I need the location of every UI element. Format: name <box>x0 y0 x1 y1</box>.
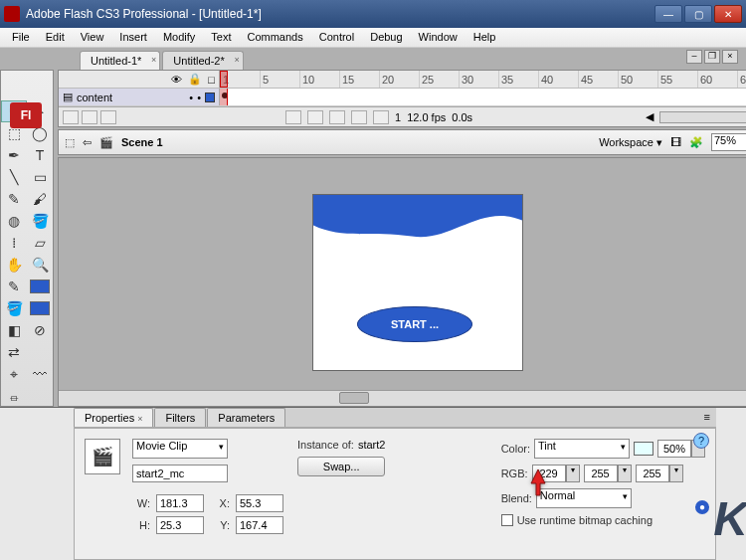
zoom-tool[interactable]: 🔍 <box>27 254 53 276</box>
chevron-down-icon[interactable]: ▾ <box>618 465 632 482</box>
x-input[interactable] <box>236 494 283 512</box>
paint-bucket-tool[interactable]: 🪣 <box>27 210 53 232</box>
edit-multiple-frames-button[interactable] <box>351 110 367 124</box>
info-icon[interactable]: ● <box>695 500 709 514</box>
fill-color-swatch[interactable] <box>27 297 53 319</box>
ink-bottle-tool[interactable]: ◍ <box>1 210 27 232</box>
delete-layer-button[interactable] <box>100 110 116 124</box>
rgb-b-spinner[interactable]: ▾ <box>636 465 683 482</box>
menu-file[interactable]: File <box>4 28 38 47</box>
tab-filters[interactable]: Filters <box>154 408 206 427</box>
menu-commands[interactable]: Commands <box>239 28 310 47</box>
symbol-type-icon[interactable]: 🎬 <box>85 439 120 474</box>
stage-area[interactable]: START ... <box>58 157 746 407</box>
no-color-icon[interactable]: ⊘ <box>27 319 53 341</box>
close-icon[interactable]: × <box>234 55 239 65</box>
edit-bar: ⬚ ⇦ 🎬 Scene 1 Workspace ▾ 🎞 🧩 75% ▾ <box>58 129 746 155</box>
outline-icon[interactable]: □ <box>208 74 215 86</box>
doc-close-button[interactable]: × <box>722 50 738 64</box>
tab-properties[interactable]: Properties× <box>74 408 153 427</box>
menu-text[interactable]: Text <box>203 28 239 47</box>
menu-edit[interactable]: Edit <box>38 28 73 47</box>
back-icon[interactable]: ⬚ <box>65 136 75 149</box>
text-tool[interactable]: T <box>27 144 53 166</box>
new-layer-button[interactable] <box>63 110 79 124</box>
menu-insert[interactable]: Insert <box>111 28 155 47</box>
menu-view[interactable]: View <box>73 28 112 47</box>
menu-debug[interactable]: Debug <box>362 28 410 47</box>
width-input[interactable] <box>156 494 204 512</box>
straighten-tool[interactable]: ⏛ <box>1 385 27 407</box>
edit-scene-icon[interactable]: 🎞 <box>670 136 681 148</box>
zoom-select[interactable]: 75% ▾ <box>711 133 746 151</box>
start-button[interactable]: START ... <box>357 306 472 342</box>
stroke-color-swatch[interactable] <box>27 276 53 297</box>
minimize-button[interactable]: — <box>654 5 682 23</box>
scroll-left-icon[interactable]: ◀ <box>646 110 653 123</box>
color-mode-select[interactable]: Tint <box>534 439 630 459</box>
eyedropper-tool[interactable]: ⁞ <box>1 232 27 254</box>
onion-skin-button[interactable] <box>307 110 323 124</box>
pen-tool[interactable]: ✒ <box>1 144 27 166</box>
eye-icon[interactable]: 👁 <box>171 74 182 86</box>
hand-tool[interactable]: ✋ <box>1 254 27 276</box>
blend-mode-select[interactable]: Normal <box>536 488 632 508</box>
brush-tool[interactable]: 🖌 <box>27 188 53 210</box>
rgb-r-spinner[interactable]: ▾ <box>532 465 580 482</box>
swap-button[interactable]: Swap... <box>297 457 385 476</box>
lock-icon[interactable]: 🔒 <box>188 73 202 86</box>
tab-parameters[interactable]: Parameters <box>207 408 285 427</box>
timeline-frames[interactable] <box>220 89 746 105</box>
modify-onion-markers-button[interactable] <box>373 110 389 124</box>
center-frame-button[interactable] <box>285 110 301 124</box>
line-tool[interactable]: ╲ <box>1 166 27 188</box>
cache-bitmap-checkbox[interactable] <box>501 514 513 526</box>
close-icon[interactable]: × <box>151 55 156 65</box>
snap-tool[interactable]: ⌖ <box>1 363 27 385</box>
new-folder-button[interactable] <box>82 110 97 124</box>
menu-modify[interactable]: Modify <box>155 28 203 47</box>
y-input[interactable] <box>236 516 283 534</box>
playhead[interactable] <box>220 71 228 88</box>
onion-skin-outlines-button[interactable] <box>329 110 345 124</box>
doc-tab-2[interactable]: Untitled-2*× <box>162 51 243 70</box>
rgb-g-spinner[interactable]: ▾ <box>584 465 632 482</box>
swap-colors-icon[interactable]: ⇄ <box>1 341 27 363</box>
menu-window[interactable]: Window <box>411 28 466 47</box>
stage-canvas[interactable]: START ... <box>312 194 523 371</box>
timeline-ruler[interactable]: 1 5 10 15 20 25 30 35 40 45 50 55 60 65 <box>220 71 746 88</box>
black-white-swatch[interactable]: ◧ <box>1 319 27 341</box>
arrow-left-icon[interactable]: ⇦ <box>83 136 92 149</box>
panel-menu-icon[interactable]: ≡ <box>698 408 716 427</box>
timeline-scrollbar[interactable] <box>659 111 746 123</box>
doc-minimize-button[interactable]: – <box>686 50 702 64</box>
fill-color-icon[interactable]: 🪣 <box>1 297 27 319</box>
pencil-tool[interactable]: ✎ <box>1 188 27 210</box>
close-button[interactable]: ✕ <box>714 5 742 23</box>
stroke-color-icon[interactable]: ✎ <box>1 276 27 297</box>
eraser-tool[interactable]: ▱ <box>27 232 53 254</box>
layer-row[interactable]: ▤ content • • <box>59 89 220 105</box>
tint-color-swatch[interactable] <box>634 442 653 456</box>
menu-help[interactable]: Help <box>466 28 504 47</box>
chevron-down-icon[interactable]: ▾ <box>566 465 580 482</box>
doc-tab-1[interactable]: Untitled-1*× <box>80 51 160 70</box>
edit-symbol-icon[interactable]: 🧩 <box>689 136 703 149</box>
layer-outline-box[interactable] <box>205 93 215 102</box>
instance-name-input[interactable] <box>132 465 228 482</box>
options-tool[interactable] <box>27 385 53 407</box>
doc-restore-button[interactable]: ❐ <box>704 50 720 64</box>
smooth-tool[interactable]: 〰 <box>27 363 53 385</box>
horizontal-scrollbar[interactable] <box>59 390 746 406</box>
help-icon[interactable]: ? <box>693 433 709 449</box>
rectangle-tool[interactable]: ▭ <box>27 166 53 188</box>
height-input[interactable] <box>156 516 204 534</box>
chevron-down-icon[interactable]: ▾ <box>669 465 683 482</box>
scrollbar-thumb[interactable] <box>339 392 369 404</box>
scene-label[interactable]: Scene 1 <box>121 136 163 148</box>
symbol-type-select[interactable]: Movie Clip <box>132 439 228 459</box>
maximize-button[interactable]: ▢ <box>684 5 712 23</box>
menu-control[interactable]: Control <box>311 28 362 47</box>
workspace-dropdown[interactable]: Workspace ▾ <box>599 136 662 149</box>
options-icon[interactable] <box>27 341 53 363</box>
